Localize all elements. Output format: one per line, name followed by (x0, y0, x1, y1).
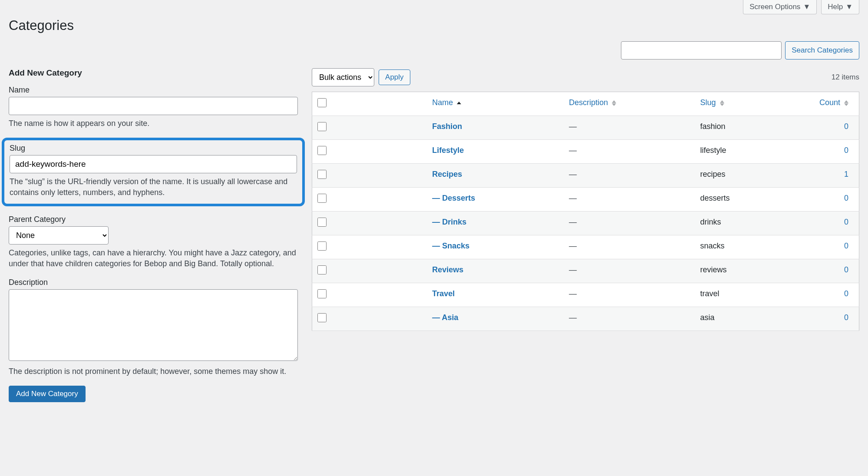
slug-highlight-box: Slug The “slug” is the URL-friendly vers… (2, 138, 305, 206)
search-categories-input[interactable] (621, 41, 782, 60)
items-count: 12 items (832, 73, 859, 82)
slug-label: Slug (10, 144, 297, 153)
table-row: Travel—travel0 (312, 283, 859, 307)
row-checkbox[interactable] (317, 170, 327, 179)
sort-icon (844, 100, 848, 106)
description-help: The description is not prominent by defa… (9, 366, 298, 377)
sort-icon (612, 100, 616, 106)
description-textarea[interactable] (9, 289, 298, 361)
category-count-link[interactable]: 0 (844, 194, 848, 202)
add-category-heading: Add New Category (9, 68, 298, 78)
category-slug: lifestyle (700, 146, 726, 155)
chevron-down-icon: ▼ (845, 3, 853, 11)
row-checkbox[interactable] (317, 313, 327, 322)
category-description: — (569, 265, 577, 274)
table-row: — Snacks—snacks0 (312, 235, 859, 259)
category-count-link[interactable]: 0 (844, 146, 848, 155)
category-count-link[interactable]: 0 (844, 265, 848, 274)
sort-icon (457, 101, 461, 105)
category-slug: fashion (700, 122, 726, 131)
name-label: Name (9, 86, 298, 95)
parent-category-help: Categories, unlike tags, can have a hier… (9, 248, 298, 269)
row-checkbox[interactable] (317, 218, 327, 227)
category-slug: drinks (700, 218, 721, 226)
table-row: Fashion—fashion0 (312, 116, 859, 140)
category-description: — (569, 122, 577, 131)
category-name-link[interactable]: Fashion (432, 122, 462, 131)
column-header-count[interactable]: Count (805, 92, 859, 116)
help-label: Help (828, 3, 843, 11)
table-row: — Drinks—drinks0 (312, 212, 859, 235)
slug-input[interactable] (10, 155, 297, 173)
parent-category-label: Parent Category (9, 215, 298, 224)
category-name-link[interactable]: — Snacks (432, 241, 469, 250)
category-slug: desserts (700, 194, 730, 202)
chevron-down-icon: ▼ (803, 3, 810, 11)
row-checkbox[interactable] (317, 241, 327, 251)
table-row: — Desserts—desserts0 (312, 188, 859, 212)
category-count-link[interactable]: 0 (844, 313, 848, 322)
table-row: Lifestyle—lifestyle0 (312, 140, 859, 164)
name-input[interactable] (9, 97, 298, 115)
category-name-link[interactable]: Travel (432, 289, 455, 298)
search-categories-button[interactable]: Search Categories (785, 41, 859, 60)
category-slug: asia (700, 313, 715, 322)
table-row: — Asia—asia0 (312, 307, 859, 331)
select-all-checkbox[interactable] (317, 98, 327, 107)
category-count-link[interactable]: 0 (844, 289, 848, 298)
category-name-link[interactable]: Recipes (432, 170, 462, 178)
description-label: Description (9, 278, 298, 287)
category-count-link[interactable]: 0 (844, 218, 848, 226)
category-count-link[interactable]: 1 (844, 170, 848, 178)
add-category-submit-button[interactable]: Add New Category (9, 386, 86, 402)
table-row: Reviews—reviews0 (312, 259, 859, 283)
category-description: — (569, 289, 577, 298)
screen-options-label: Screen Options (749, 3, 800, 11)
help-button[interactable]: Help ▼ (821, 0, 859, 14)
row-checkbox[interactable] (317, 122, 327, 131)
category-slug: travel (700, 289, 719, 298)
category-slug: snacks (700, 241, 725, 250)
category-name-link[interactable]: — Drinks (432, 218, 466, 226)
apply-bulk-button[interactable]: Apply (379, 69, 410, 85)
column-header-name[interactable]: Name (427, 92, 564, 116)
parent-category-select[interactable]: None (9, 226, 109, 245)
table-row: Recipes—recipes1 (312, 164, 859, 188)
column-header-description[interactable]: Description (564, 92, 695, 116)
screen-options-button[interactable]: Screen Options ▼ (743, 0, 817, 14)
category-description: — (569, 170, 577, 178)
slug-help: The “slug” is the URL-friendly version o… (10, 176, 297, 198)
name-help: The name is how it appears on your site. (9, 118, 298, 129)
row-checkbox[interactable] (317, 146, 327, 155)
category-slug: reviews (700, 265, 727, 274)
category-name-link[interactable]: — Asia (432, 313, 458, 322)
category-name-link[interactable]: Reviews (432, 265, 463, 274)
category-description: — (569, 218, 577, 226)
row-checkbox[interactable] (317, 289, 327, 298)
category-count-link[interactable]: 0 (844, 122, 848, 131)
row-checkbox[interactable] (317, 265, 327, 274)
page-title: Categories (9, 18, 859, 33)
column-header-slug[interactable]: Slug (695, 92, 805, 116)
category-name-link[interactable]: Lifestyle (432, 146, 464, 155)
category-count-link[interactable]: 0 (844, 241, 848, 250)
category-description: — (569, 313, 577, 322)
sort-icon (720, 100, 724, 106)
bulk-actions-select[interactable]: Bulk actions (312, 68, 374, 86)
categories-table: Name Description Slug Count (312, 92, 859, 331)
category-description: — (569, 146, 577, 155)
category-name-link[interactable]: — Desserts (432, 194, 475, 202)
row-checkbox[interactable] (317, 194, 327, 203)
category-description: — (569, 194, 577, 202)
category-slug: recipes (700, 170, 726, 178)
category-description: — (569, 241, 577, 250)
